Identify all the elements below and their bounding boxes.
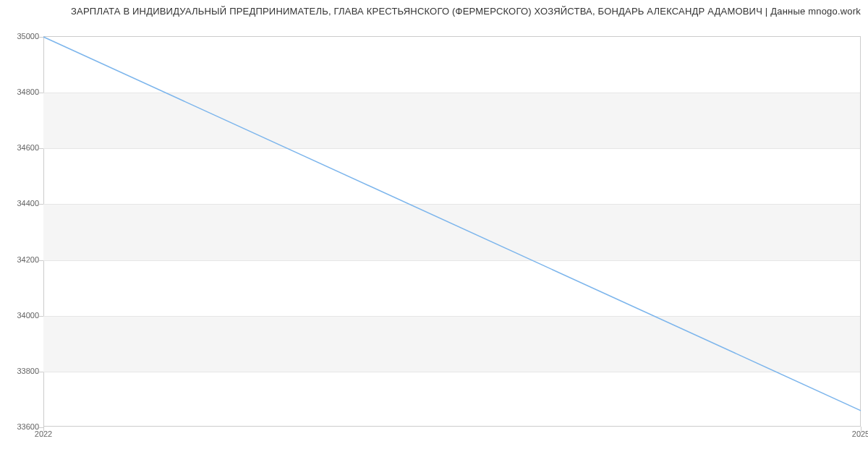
y-tick-mark bbox=[39, 37, 43, 38]
chart-container: 3360033800340003420034400346003480035000… bbox=[43, 22, 861, 448]
chart-line-layer bbox=[43, 37, 860, 427]
y-axis-tick-label: 34000 bbox=[3, 311, 39, 320]
y-tick-mark bbox=[39, 204, 43, 205]
y-axis-tick-label: 35000 bbox=[3, 32, 39, 40]
y-axis-tick-label: 33600 bbox=[3, 422, 39, 431]
chart-title: ЗАРПЛАТА В ИНДИВИДУАЛЬНЫЙ ПРЕДПРИНИМАТЕЛ… bbox=[0, 0, 868, 20]
y-axis-tick-label: 34400 bbox=[3, 199, 39, 208]
y-axis-tick-label: 34800 bbox=[3, 87, 39, 96]
y-tick-mark bbox=[39, 260, 43, 261]
y-axis-tick-label: 33800 bbox=[3, 367, 39, 375]
y-tick-mark bbox=[39, 372, 43, 372]
y-tick-mark bbox=[39, 148, 43, 149]
x-axis-tick-label: 2025 bbox=[852, 430, 868, 438]
y-tick-mark bbox=[39, 93, 43, 93]
data-line bbox=[43, 37, 861, 411]
y-tick-mark bbox=[39, 316, 43, 317]
y-axis-tick-label: 34600 bbox=[3, 143, 39, 152]
y-axis-tick-label: 34200 bbox=[3, 255, 39, 264]
plot-area bbox=[43, 36, 861, 427]
x-axis-tick-label: 2022 bbox=[35, 430, 52, 438]
